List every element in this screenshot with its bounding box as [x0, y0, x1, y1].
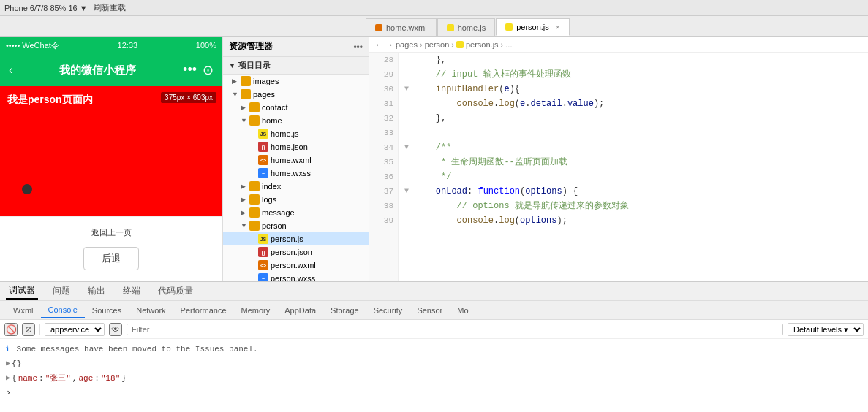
phone-bottom-bar: 返回上一页 后退 [0, 216, 222, 281]
devtools-tab-Wxml[interactable]: Wxml [6, 303, 41, 318]
console-caret[interactable]: › [6, 386, 862, 400]
phone-back-button[interactable]: 后退 [83, 247, 139, 270]
top-bar-refresh[interactable]: 刷新重载 [94, 2, 126, 13]
tree-item-pages[interactable]: ▼pages [223, 88, 369, 101]
console-obj-1[interactable]: ▶ {} [6, 356, 862, 371]
tree-item-person_wxss[interactable]: ~person.wxss [223, 272, 369, 281]
tree-item-home_wxml[interactable]: <>home.wxml [223, 153, 369, 167]
tree-label-person.json: person.json [271, 248, 312, 256]
tree-file-icon-person.wxss: ~ [258, 273, 268, 281]
editor-tab-person_js[interactable]: person.js× [496, 18, 569, 36]
phone-camera-icon[interactable]: ⊙ [203, 62, 214, 78]
console-output: ℹ Some messages have been moved to the I… [0, 339, 868, 412]
code-content-36: */ [415, 169, 451, 184]
tab-close-icon[interactable]: × [556, 23, 560, 31]
caret-icon[interactable]: › [6, 386, 11, 400]
bottom-tab-调试器[interactable]: 调试器 [6, 283, 38, 300]
console-filter-input[interactable] [127, 324, 783, 335]
devtools-tab-Sensor[interactable]: Sensor [410, 303, 450, 318]
devtools-tab-Memory[interactable]: Memory [234, 303, 278, 318]
tree-item-logs[interactable]: ▶logs [223, 193, 369, 206]
bottom-tab-问题[interactable]: 问题 [50, 283, 73, 299]
console-key-age: age [78, 372, 93, 385]
code-line-30[interactable]: ▼ inputHandler(e){ [404, 82, 862, 96]
tree-item-home_js[interactable]: JShome.js [223, 127, 369, 140]
code-line-31[interactable]: console.log(e.detail.value); [404, 96, 862, 111]
tree-item-person[interactable]: ▼person [223, 219, 369, 232]
nav-back-icon[interactable]: ← [375, 40, 383, 49]
explorer-section: ▼ 项目目录 [223, 57, 369, 75]
devtools-tab-Console[interactable]: Console [41, 302, 85, 318]
code-line-32[interactable]: }, [404, 111, 862, 126]
bottom-tab-代码质量[interactable]: 代码质量 [155, 283, 196, 299]
breadcrumb-sep1: › [420, 40, 423, 49]
line-number-34: 34 [374, 140, 393, 155]
code-line-33[interactable] [404, 126, 862, 140]
obj-arrow-1[interactable]: ▶ [6, 357, 10, 370]
fold-arrow-30[interactable]: ▼ [404, 82, 413, 96]
code-line-28[interactable]: }, [404, 53, 862, 67]
phone-back-link[interactable]: 返回上一页 [91, 227, 132, 238]
tree-item-contact[interactable]: ▶contact [223, 101, 369, 114]
bottom-tab-输出[interactable]: 输出 [85, 283, 108, 299]
bottom-tab-终端[interactable]: 终端 [120, 283, 143, 299]
devtools-tab-AppData[interactable]: AppData [277, 303, 323, 318]
fold-arrow-37[interactable]: ▼ [404, 184, 413, 199]
phone-menu-icon[interactable]: ••• [183, 62, 197, 78]
service-select[interactable]: appservice [45, 323, 105, 336]
tree-item-person_wxml[interactable]: <>person.wxml [223, 259, 369, 272]
editor-tab-home_wxml[interactable]: home.wxml [366, 18, 437, 36]
tree-item-person_js[interactable]: JSperson.js [223, 232, 369, 245]
line-number-32: 32 [374, 111, 393, 126]
phone-back-arrow[interactable]: ‹ [9, 64, 12, 77]
code-content-37: onLoad: function(options) { [415, 184, 578, 199]
file-explorer: 资源管理器 ••• ▼ 项目目录 ▶images▼pages▶contact▼h… [223, 37, 369, 281]
code-line-38[interactable]: // options 就是导航传递过来的参数对象 [404, 199, 862, 213]
code-line-36[interactable]: */ [404, 169, 862, 184]
tree-item-message[interactable]: ▶message [223, 206, 369, 219]
tree-item-images[interactable]: ▶images [223, 75, 369, 88]
devtools-tab-Network[interactable]: Network [129, 303, 173, 318]
eye-icon-button[interactable]: 👁 [109, 323, 122, 336]
tree-label-person.wxss: person.wxss [271, 274, 315, 281]
phone-size-badge: 375px × 603px [161, 92, 216, 103]
code-line-37[interactable]: ▼ onLoad: function(options) { [404, 184, 862, 199]
console-level-select[interactable]: Default levels ▾ [788, 323, 864, 336]
tree-item-home_json[interactable]: {}home.json [223, 140, 369, 153]
tree-label-images: images [253, 77, 279, 85]
line-number-33: 33 [374, 126, 393, 140]
code-line-34[interactable]: ▼ /** [404, 140, 862, 155]
devtools-tab-Security[interactable]: Security [366, 303, 410, 318]
phone-more-icons[interactable]: ••• ⊙ [183, 62, 214, 78]
code-line-29[interactable]: // input 输入框的事件处理函数 [404, 67, 862, 82]
explorer-tree: ▶images▼pages▶contact▼homeJShome.js{}hom… [223, 75, 369, 281]
console-obj-2[interactable]: ▶ { name : "张三" , age : "18" } [6, 371, 862, 386]
console-clear-button[interactable]: 🚫 [4, 323, 18, 336]
breadcrumb-pages: pages [396, 40, 418, 49]
console-text-1: Some messages have been moved to the Iss… [17, 345, 258, 354]
editor-tab-home_js[interactable]: home.js [437, 18, 496, 36]
tree-item-person_json[interactable]: {}person.json [223, 245, 369, 259]
devtools-tab-Mo[interactable]: Mo [450, 303, 475, 318]
fold-arrow-34[interactable]: ▼ [404, 140, 413, 155]
tree-label-person: person [262, 221, 287, 230]
code-line-35[interactable]: * 生命周期函数--监听页面加载 [404, 155, 862, 169]
tree-arrow-pages: ▼ [232, 91, 241, 98]
tree-item-home[interactable]: ▼home [223, 114, 369, 127]
devtools-tab-Storage[interactable]: Storage [323, 303, 366, 318]
console-stop-button[interactable]: ⊘ [22, 323, 35, 336]
tree-item-home_wxss[interactable]: ~home.wxss [223, 167, 369, 180]
code-line-39[interactable]: console.log(options); [404, 213, 862, 228]
tree-item-index[interactable]: ▶index [223, 180, 369, 193]
console-obj-open-brace: { [12, 372, 17, 385]
nav-forward-icon[interactable]: → [385, 40, 393, 49]
tree-file-icon-person.js: JS [258, 234, 268, 244]
devtools-tabs: WxmlConsoleSourcesNetworkPerformanceMemo… [0, 301, 868, 320]
code-lines[interactable]: }, // input 输入框的事件处理函数▼ inputHandler(e){… [399, 53, 868, 281]
explorer-more-icon[interactable]: ••• [353, 42, 363, 52]
devtools-tab-Performance[interactable]: Performance [173, 303, 234, 318]
tree-file-icon-person [249, 221, 260, 231]
code-content-30: inputHandler(e){ [415, 82, 520, 96]
devtools-tab-Sources[interactable]: Sources [85, 303, 129, 318]
obj-arrow-2[interactable]: ▶ [6, 372, 10, 385]
